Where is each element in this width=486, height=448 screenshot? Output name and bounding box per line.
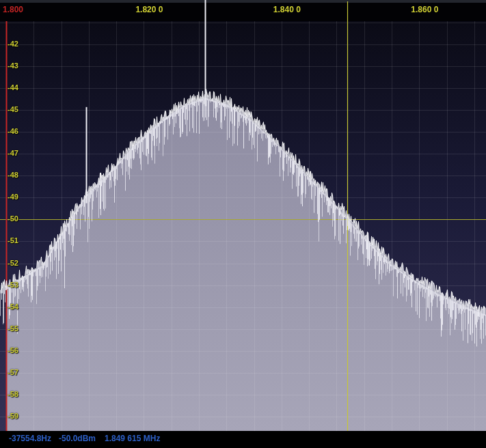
spectrum-plot-canvas[interactable]: [0, 0, 486, 448]
spectrum-analyzer-window: 1.8001.820 01.840 01.860 0 -42-43-44-45-…: [0, 0, 486, 448]
status-cursor-level: -50.0dBm: [59, 433, 96, 444]
status-cursor-offset: -37554.8Hz: [9, 433, 51, 444]
status-cursor-frequency: 1.849 615 MHz: [105, 433, 160, 444]
